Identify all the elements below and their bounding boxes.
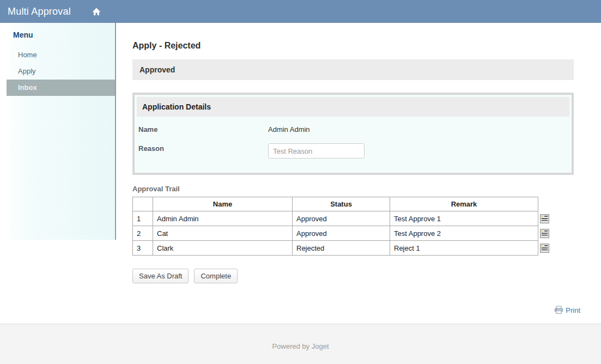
approval-trail: Name Status Remark 1 Admin Admin Approve… — [132, 197, 574, 256]
cell-name: Clark — [153, 241, 293, 256]
table-header-row: Name Status Remark — [133, 197, 538, 211]
main-content: Apply - Rejected Approved Application De… — [132, 23, 574, 314]
cell-remark: Reject 1 — [390, 241, 538, 256]
grid-icon[interactable] — [540, 244, 549, 253]
sidebar-menu-panel: Menu Home Apply Inbox — [7, 23, 115, 240]
name-label: Name — [138, 124, 268, 134]
cell-num: 1 — [133, 211, 153, 226]
table-row: 2 Cat Approved Test Approve 2 — [133, 226, 538, 241]
page-title: Apply - Rejected — [132, 41, 574, 51]
cell-remark: Test Approve 1 — [390, 211, 538, 226]
cell-name: Cat — [153, 226, 293, 241]
sidebar-item-label: Home — [18, 51, 37, 59]
section-header-approved: Approved — [132, 59, 574, 80]
table-row: 1 Admin Admin Approved Test Approve 1 — [133, 211, 538, 226]
save-as-draft-button[interactable]: Save As Draft — [132, 269, 189, 283]
field-row-name: Name Admin Admin — [135, 124, 572, 134]
complete-button[interactable]: Complete — [194, 269, 238, 283]
menu-title: Menu — [7, 23, 115, 41]
sidebar-item-inbox[interactable]: Inbox — [7, 80, 115, 96]
sidebar-item-label: Inbox — [18, 83, 37, 92]
application-details-panel: Application Details Name Admin Admin Rea… — [132, 93, 574, 175]
print-link[interactable]: Print — [566, 306, 580, 314]
cell-status: Approved — [293, 226, 390, 241]
approval-trail-table: Name Status Remark 1 Admin Admin Approve… — [132, 197, 538, 256]
field-row-reason: Reason — [135, 143, 572, 159]
cell-status: Rejected — [293, 241, 390, 256]
reason-input[interactable] — [268, 143, 365, 159]
table-row: 3 Clark Rejected Reject 1 — [133, 241, 538, 256]
col-header-num — [133, 197, 153, 211]
cell-remark: Test Approve 2 — [390, 226, 538, 241]
col-header-name: Name — [153, 197, 293, 211]
sidebar-item-label: Apply — [18, 67, 36, 75]
approval-trail-label: Approval Trail — [132, 185, 574, 193]
cell-name: Admin Admin — [153, 211, 293, 226]
powered-by-text: Powered by Joget — [272, 342, 329, 350]
menu-items: Home Apply Inbox — [7, 47, 115, 96]
app-title: Multi Approval — [8, 6, 71, 17]
print-row: Print — [132, 306, 580, 314]
cell-num: 3 — [133, 241, 153, 256]
cell-num: 2 — [133, 226, 153, 241]
name-value: Admin Admin — [268, 124, 310, 134]
page-footer: Powered by Joget — [0, 324, 601, 364]
app-header: Multi Approval — [0, 0, 601, 23]
panel-title: Application Details — [137, 97, 569, 117]
sidebar-item-home[interactable]: Home — [7, 47, 115, 63]
col-header-status: Status — [293, 197, 390, 211]
cell-status: Approved — [293, 211, 390, 226]
home-icon[interactable] — [92, 7, 101, 16]
grid-icon[interactable] — [540, 214, 549, 223]
col-header-remark: Remark — [390, 197, 538, 211]
sidebar: Menu Home Apply Inbox — [0, 23, 116, 240]
reason-label: Reason — [138, 143, 268, 153]
grid-icon[interactable] — [540, 229, 549, 238]
print-icon[interactable] — [554, 306, 563, 314]
sidebar-item-apply[interactable]: Apply — [7, 63, 115, 80]
form-buttons: Save As Draft Complete — [132, 269, 574, 283]
